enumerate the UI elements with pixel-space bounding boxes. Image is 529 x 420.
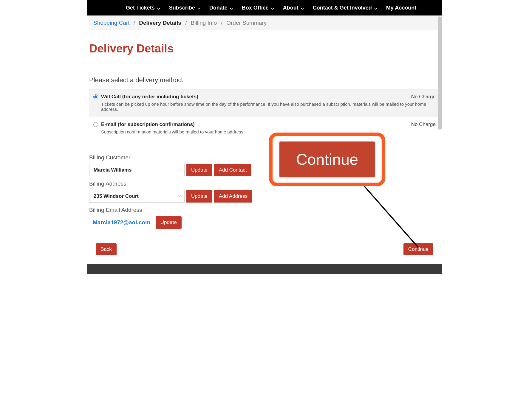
breadcrumb-sep: /	[185, 20, 187, 26]
breadcrumb-sep: /	[221, 20, 222, 26]
add-address-button[interactable]: Add Address	[214, 190, 252, 203]
divider	[89, 64, 440, 64]
nav-donate[interactable]: Donate	[209, 5, 233, 11]
billing-address-select[interactable]: 235 Windsor Court	[89, 190, 185, 203]
billing-email-label: Billing Email Address	[89, 207, 253, 213]
chevron-down-icon	[157, 6, 160, 10]
footer-buttons: Back Continue	[89, 243, 440, 264]
method-desc: Subscription confirmation materials will…	[101, 129, 436, 134]
footer-bar	[87, 264, 442, 274]
page-title: Delivery Details	[89, 42, 440, 55]
breadcrumb-delivery-details: Delivery Details	[139, 20, 181, 26]
method-charge: No Charge	[411, 122, 436, 127]
chevron-down-icon	[300, 6, 304, 10]
instruction-text: Please select a delivery method.	[89, 76, 440, 84]
billing-customer-select[interactable]: Marcia Williams	[89, 164, 185, 176]
radio-willcall[interactable]	[93, 94, 98, 99]
update-address-button[interactable]: Update	[186, 190, 212, 203]
page-content: Delivery Details Please select a deliver…	[89, 30, 440, 264]
chevron-down-icon	[374, 6, 377, 10]
nav-label: Donate	[209, 5, 228, 11]
scrollbar[interactable]	[438, 16, 442, 130]
nav-label: Subscribe	[169, 5, 195, 11]
chevron-down-icon	[178, 193, 181, 199]
breadcrumb: Shopping Cart / Delivery Details / Billi…	[89, 15, 440, 30]
breadcrumb-billing-info: Billing Info	[191, 20, 217, 26]
nav-about[interactable]: About	[283, 5, 304, 11]
method-desc: Tickets can be picked up one hour before…	[101, 102, 436, 112]
method-label: Will Call (for any order including ticke…	[101, 94, 198, 100]
breadcrumb-sep: /	[134, 20, 135, 26]
breadcrumb-order-summary: Order Summary	[226, 20, 267, 26]
select-value: Marcia Williams	[94, 167, 132, 173]
billing-section: Billing Customer Marcia Williams Update …	[89, 144, 440, 229]
chevron-down-icon	[229, 6, 233, 10]
nav-label: Box Office	[242, 5, 269, 11]
update-customer-button[interactable]: Update	[186, 164, 212, 176]
divider	[89, 238, 440, 238]
select-value: 235 Windsor Court	[94, 193, 139, 199]
billing-address-label: Billing Address	[89, 181, 253, 187]
chevron-down-icon	[270, 6, 274, 10]
billing-customer-label: Billing Customer	[89, 154, 253, 161]
update-email-button[interactable]: Update	[156, 216, 182, 229]
nav-subscribe[interactable]: Subscribe	[169, 5, 200, 11]
top-nav: Get Tickets Subscribe Donate Box Office …	[87, 0, 442, 15]
delivery-method-email[interactable]: E-mail (for subscription confirmations) …	[89, 117, 440, 140]
back-button[interactable]: Back	[96, 243, 117, 255]
add-contact-button[interactable]: Add Contact	[214, 164, 252, 176]
breadcrumb-shopping-cart[interactable]: Shopping Cart	[93, 20, 129, 26]
continue-button[interactable]: Continue	[403, 243, 433, 255]
nav-label: Contact & Get Involved	[313, 5, 372, 11]
billing-email-link[interactable]: Marcia1972@aol.com	[93, 219, 150, 226]
nav-label: My Account	[386, 5, 416, 11]
method-charge: No Charge	[411, 94, 436, 100]
nav-get-tickets[interactable]: Get Tickets	[126, 5, 160, 11]
nav-contact[interactable]: Contact & Get Involved	[313, 5, 377, 11]
radio-email[interactable]	[93, 122, 98, 127]
nav-box-office[interactable]: Box Office	[242, 5, 274, 11]
nav-my-account[interactable]: My Account	[386, 5, 416, 11]
nav-label: About	[283, 5, 298, 11]
method-label: E-mail (for subscription confirmations)	[101, 122, 195, 127]
nav-label: Get Tickets	[126, 5, 155, 11]
continue-callout-button[interactable]: Continue	[279, 141, 375, 177]
chevron-down-icon	[178, 167, 181, 173]
continue-callout: Continue	[269, 133, 385, 186]
delivery-method-willcall[interactable]: Will Call (for any order including ticke…	[89, 89, 440, 117]
chevron-down-icon	[197, 6, 200, 10]
